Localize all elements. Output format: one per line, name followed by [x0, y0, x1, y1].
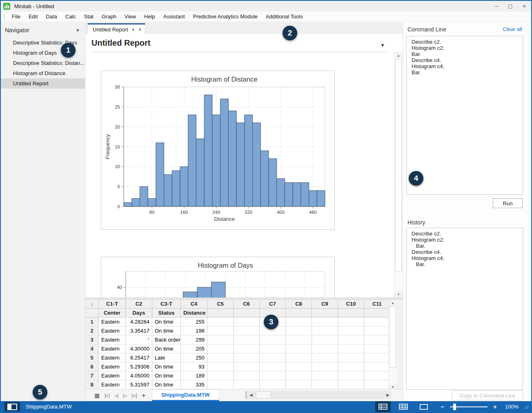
worksheet-cell[interactable] [286, 326, 312, 335]
worksheet-cell[interactable] [338, 353, 364, 362]
worksheet-list-icon[interactable]: ▦ [92, 392, 102, 399]
menu-item-help[interactable]: Help [140, 11, 159, 22]
column-name-c8[interactable] [286, 309, 312, 318]
close-icon[interactable]: × [517, 1, 531, 11]
column-header-c4[interactable]: C4 [181, 300, 207, 309]
tab-chevron-down-icon[interactable]: ▾ [132, 27, 134, 32]
worksheet-cell[interactable] [286, 344, 312, 353]
column-name-distance[interactable]: Distance [181, 309, 207, 318]
worksheet-cell[interactable] [338, 362, 364, 371]
scrollbar-splitter-handle[interactable] [245, 391, 247, 399]
worksheet-cell[interactable] [234, 344, 260, 353]
next-worksheet-icon[interactable]: ▷ [121, 393, 129, 398]
worksheet-cell[interactable] [338, 335, 364, 344]
worksheet-cell[interactable] [364, 362, 390, 371]
worksheet-cell[interactable] [364, 353, 390, 362]
maximize-icon[interactable]: ▢ [503, 1, 517, 11]
worksheet-cell[interactable] [364, 335, 390, 344]
worksheet-cell[interactable] [234, 371, 260, 380]
worksheet-cell[interactable] [312, 371, 338, 380]
worksheet-scrollbar-thumb[interactable] [390, 306, 396, 368]
navigator-item-untitled-report[interactable]: Untitled Report [1, 78, 85, 89]
menu-item-stat[interactable]: Stat [80, 11, 98, 22]
worksheet-cell[interactable]: Eastern [99, 344, 126, 353]
worksheet-cell[interactable] [312, 344, 338, 353]
menu-item-graph[interactable]: Graph [98, 11, 120, 22]
worksheet-cell[interactable]: 93 [181, 362, 207, 371]
worksheet-cell[interactable] [338, 380, 364, 389]
menu-item-data[interactable]: Data [42, 11, 61, 22]
column-header-c1-t[interactable]: C1-T [99, 300, 126, 309]
worksheet-cell[interactable]: On time [152, 326, 181, 335]
menu-item-view[interactable]: View [120, 11, 140, 22]
command-line-editor[interactable]: Describe c2.Histogram c2;Bar.Describe c4… [406, 36, 523, 195]
column-name-c5[interactable] [207, 309, 234, 318]
worksheet-cell[interactable]: Eastern [99, 335, 126, 344]
worksheet-cell[interactable]: * [126, 335, 152, 344]
column-header-c2[interactable]: C2 [126, 300, 152, 309]
worksheet-cell[interactable]: 250 [181, 353, 207, 362]
worksheet-cell[interactable]: 196 [181, 326, 207, 335]
worksheet-cell[interactable]: 4.05000 [126, 371, 152, 380]
worksheet-cell[interactable] [338, 371, 364, 380]
worksheet-cell[interactable] [312, 353, 338, 362]
worksheet-cell[interactable]: 299 [181, 335, 207, 344]
worksheet-cell[interactable]: Eastern [99, 353, 126, 362]
worksheet-cell[interactable] [312, 362, 338, 371]
column-header-c5[interactable]: C5 [207, 300, 234, 309]
single-view-icon[interactable] [416, 401, 432, 412]
worksheet-cell[interactable] [260, 362, 286, 371]
zoom-in-icon[interactable]: + [489, 403, 501, 410]
worksheet-cell[interactable]: 205 [181, 344, 207, 353]
report-scrollbar-thumb[interactable] [395, 59, 402, 271]
add-worksheet-icon[interactable]: + [139, 392, 148, 399]
scroll-right-icon[interactable]: ▶ [385, 393, 391, 397]
row-number[interactable]: 6 [85, 362, 99, 371]
worksheet-cell[interactable] [207, 353, 234, 362]
menu-item-additional-tools[interactable]: Additional Tools [262, 11, 307, 22]
zoom-out-icon[interactable]: − [436, 403, 448, 410]
select-all-cell[interactable]: ↓ [85, 300, 99, 309]
zoom-slider-thumb[interactable] [453, 404, 456, 410]
worksheet-cell[interactable] [260, 353, 286, 362]
worksheet-cell[interactable] [286, 362, 312, 371]
navigator-item-histogram-of-distance[interactable]: Histogram of Distance [1, 68, 85, 78]
worksheet-cell[interactable] [260, 380, 286, 389]
worksheet-cell[interactable] [364, 318, 390, 326]
zoom-slider[interactable] [450, 404, 487, 410]
worksheet-cell[interactable] [207, 371, 234, 380]
worksheet-cell[interactable] [286, 371, 312, 380]
navigator-item-descriptive-statistics-distan[interactable]: Descriptive Statistics: Distan... [1, 58, 85, 68]
worksheet-cell[interactable]: 4.28264 [126, 318, 152, 326]
worksheet-cell[interactable] [364, 371, 390, 380]
worksheet-cell[interactable] [286, 380, 312, 389]
report-scrollbar[interactable]: ▲ ▼ [394, 52, 403, 298]
worksheet-cell[interactable]: Eastern [99, 362, 126, 371]
column-name-c9[interactable] [312, 309, 338, 318]
menu-item-calc[interactable]: Calc [61, 11, 80, 22]
row-number[interactable]: 4 [85, 344, 99, 353]
worksheet-cell[interactable]: Eastern [99, 318, 126, 326]
worksheet-cell[interactable] [234, 326, 260, 335]
worksheet-cell[interactable] [260, 335, 286, 344]
first-worksheet-icon[interactable]: |◁ [102, 393, 112, 398]
menu-item-edit[interactable]: Edit [24, 11, 42, 22]
worksheet-cell[interactable]: Eastern [99, 326, 126, 335]
worksheet-cell[interactable]: 3.35417 [126, 326, 152, 335]
column-name-status[interactable]: Status [152, 309, 181, 318]
column-name-c6[interactable] [234, 309, 260, 318]
column-header-c9[interactable]: C9 [312, 300, 338, 309]
show-navigator-panel-icon[interactable] [4, 402, 20, 411]
menu-drag-handle-icon[interactable] [3, 13, 7, 20]
worksheet-cell[interactable] [234, 335, 260, 344]
worksheet-cell[interactable] [286, 353, 312, 362]
worksheet-cell[interactable] [338, 318, 364, 326]
column-name-days[interactable]: Days [126, 309, 152, 318]
worksheet-cell[interactable] [234, 380, 260, 389]
navigator-dropdown-icon[interactable]: ▼ [76, 28, 80, 33]
worksheet-cell[interactable]: On time [152, 344, 181, 353]
worksheet-cell[interactable] [338, 326, 364, 335]
copy-to-command-line-button[interactable]: Copy to Command Line [452, 391, 523, 400]
report-options-dropdown-icon[interactable]: ▼ [380, 42, 385, 48]
worksheet-cell[interactable]: Late [152, 353, 181, 362]
